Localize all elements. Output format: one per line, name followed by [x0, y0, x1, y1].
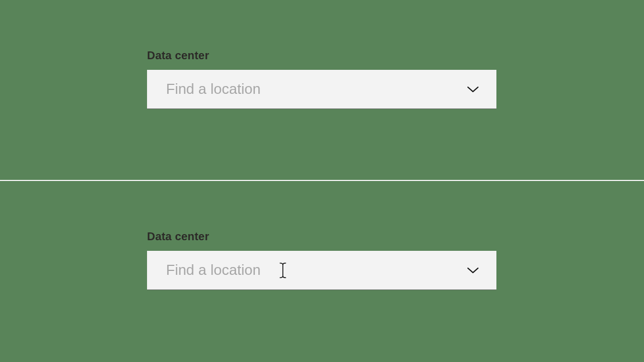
data-center-field-hover: Data center: [147, 230, 496, 290]
data-center-label: Data center: [147, 230, 496, 243]
panel-hover-state: Data center: [0, 181, 644, 362]
data-center-label: Data center: [147, 49, 496, 62]
data-center-input[interactable]: [166, 70, 465, 108]
data-center-field: Data center: [147, 49, 496, 109]
data-center-combobox[interactable]: [147, 70, 496, 109]
data-center-input[interactable]: [166, 251, 465, 289]
panel-default-state: Data center: [0, 0, 644, 180]
chevron-down-icon[interactable]: [465, 82, 481, 97]
chevron-down-icon[interactable]: [465, 263, 481, 278]
data-center-combobox[interactable]: [147, 251, 496, 290]
